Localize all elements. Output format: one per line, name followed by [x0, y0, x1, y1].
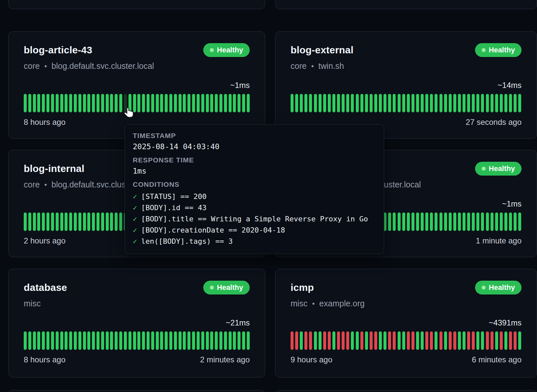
status-bar[interactable] — [56, 94, 59, 112]
status-bar[interactable] — [514, 94, 517, 112]
status-bar[interactable] — [514, 331, 517, 350]
status-bar[interactable] — [74, 212, 77, 231]
status-bar[interactable] — [219, 331, 222, 350]
status-bar[interactable] — [323, 94, 326, 112]
status-bar[interactable] — [33, 212, 36, 231]
status-bar[interactable] — [92, 94, 95, 112]
status-bar[interactable] — [42, 331, 45, 350]
status-bar[interactable] — [393, 94, 396, 112]
status-bar[interactable] — [388, 94, 391, 112]
status-bar[interactable] — [486, 331, 489, 350]
status-bar[interactable] — [78, 212, 81, 231]
status-bar[interactable] — [65, 212, 68, 231]
status-bar[interactable] — [97, 331, 99, 350]
status-bar[interactable] — [435, 94, 438, 112]
status-bar[interactable] — [453, 212, 456, 231]
status-bar[interactable] — [201, 94, 204, 112]
status-bar[interactable] — [238, 331, 240, 350]
status-bar[interactable] — [435, 212, 438, 231]
status-bar[interactable] — [110, 212, 113, 231]
status-bar[interactable] — [101, 212, 104, 231]
status-bar[interactable] — [495, 94, 498, 112]
status-bar[interactable] — [444, 212, 447, 231]
status-bar[interactable] — [33, 94, 36, 112]
status-bar[interactable] — [383, 331, 386, 350]
status-bar[interactable] — [33, 331, 36, 350]
status-bar[interactable] — [435, 331, 438, 350]
status-bar[interactable] — [472, 94, 475, 112]
status-bar[interactable] — [28, 212, 31, 231]
status-bar[interactable] — [444, 94, 447, 112]
status-bar[interactable] — [101, 94, 104, 112]
status-bar[interactable] — [192, 331, 195, 350]
status-bar[interactable] — [328, 94, 331, 112]
status-bar[interactable] — [481, 94, 484, 112]
status-bar[interactable] — [192, 94, 195, 112]
endpoint-card[interactable]: blog-article-43 Healthy core • blog.defa… — [8, 31, 265, 139]
status-bar[interactable] — [360, 331, 363, 350]
status-bar[interactable] — [402, 94, 405, 112]
status-bar[interactable] — [197, 94, 200, 112]
status-bar[interactable] — [379, 94, 382, 112]
status-bar[interactable] — [87, 331, 90, 350]
status-bar[interactable] — [504, 212, 507, 231]
status-bar[interactable] — [309, 331, 312, 350]
status-bar[interactable] — [187, 94, 190, 112]
status-bar[interactable] — [46, 331, 49, 350]
status-bar[interactable] — [500, 331, 503, 350]
status-bar[interactable] — [156, 94, 159, 112]
status-bar[interactable] — [233, 94, 236, 112]
status-bar[interactable] — [332, 94, 335, 112]
status-bar[interactable] — [242, 331, 245, 350]
status-bar[interactable] — [323, 331, 326, 350]
status-bar[interactable] — [430, 94, 433, 112]
status-bar[interactable] — [351, 94, 354, 112]
status-bar[interactable] — [147, 94, 150, 112]
endpoint-card[interactable]: icmp Healthy misc • example.org ~4391ms … — [275, 269, 537, 378]
status-bar[interactable] — [142, 94, 145, 112]
status-bar[interactable] — [476, 94, 479, 112]
status-bar[interactable] — [165, 94, 168, 112]
status-bar[interactable] — [46, 94, 49, 112]
status-bar[interactable] — [229, 94, 232, 112]
endpoint-card[interactable]: database Healthy misc • ~21ms 8 hours ag… — [8, 269, 265, 378]
status-bar[interactable] — [425, 331, 428, 350]
status-bar[interactable] — [421, 212, 424, 231]
status-bar[interactable] — [491, 331, 494, 350]
status-bar[interactable] — [101, 331, 104, 350]
status-bar[interactable] — [421, 331, 424, 350]
status-bar[interactable] — [304, 331, 307, 350]
status-bar[interactable] — [491, 94, 494, 112]
status-bar[interactable] — [398, 331, 401, 350]
status-bar[interactable] — [328, 331, 331, 350]
status-bar[interactable] — [360, 94, 363, 112]
status-bar[interactable] — [97, 94, 99, 112]
status-bar[interactable] — [379, 331, 382, 350]
status-bar[interactable] — [411, 331, 414, 350]
status-bar[interactable] — [421, 94, 424, 112]
status-bar[interactable] — [319, 94, 322, 112]
status-bar[interactable] — [332, 331, 335, 350]
status-bar[interactable] — [291, 94, 294, 112]
status-bar[interactable] — [351, 331, 354, 350]
status-bar[interactable] — [416, 331, 419, 350]
status-bar[interactable] — [314, 94, 317, 112]
status-bar[interactable] — [242, 94, 245, 112]
status-bar[interactable] — [458, 212, 461, 231]
status-bar[interactable] — [463, 212, 466, 231]
status-bar[interactable] — [179, 331, 182, 350]
status-bar[interactable] — [504, 94, 507, 112]
status-bar[interactable] — [319, 331, 322, 350]
status-bar[interactable] — [463, 331, 466, 350]
status-bar[interactable] — [179, 94, 182, 112]
status-bar[interactable] — [42, 212, 45, 231]
status-bar[interactable] — [458, 94, 461, 112]
status-bar[interactable] — [449, 331, 452, 350]
status-bar[interactable] — [165, 331, 168, 350]
status-bar[interactable] — [309, 94, 312, 112]
status-bar[interactable] — [425, 212, 428, 231]
status-bar[interactable] — [439, 94, 442, 112]
status-bar[interactable] — [247, 94, 250, 112]
status-bar[interactable] — [393, 331, 396, 350]
status-bar[interactable] — [495, 331, 498, 350]
